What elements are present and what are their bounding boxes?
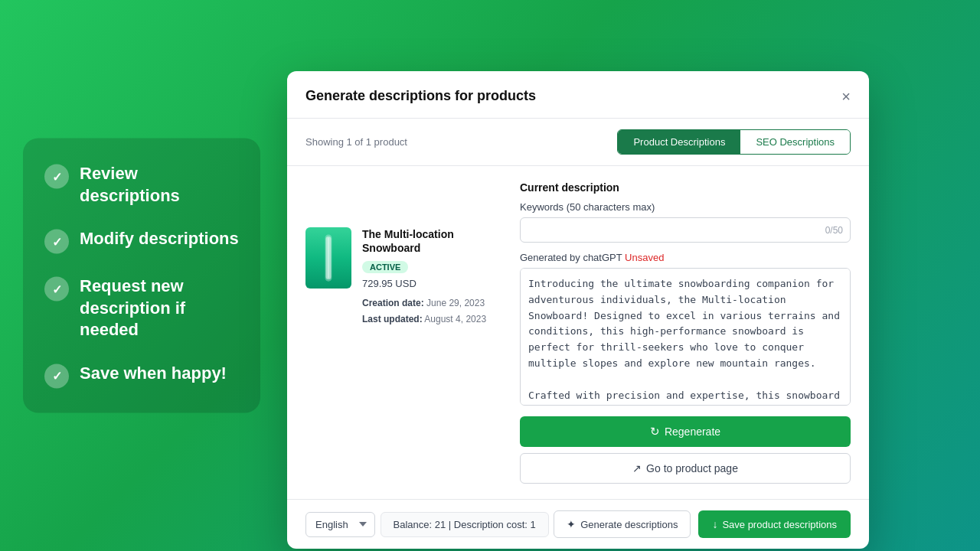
product-page-button[interactable]: ↗ Go to product page [520,453,851,484]
tabs-row: Showing 1 of 1 product Product Descripti… [287,119,869,166]
close-button[interactable]: × [841,89,851,104]
save-icon: ↓ [712,518,717,530]
generate-descriptions-button[interactable]: ✦ Generate descriptions [554,510,691,538]
left-panel-text-save: Save when happy! [80,362,227,384]
check-icon-save [44,364,69,388]
left-panel-text-request: Request new description if needed [80,276,239,341]
left-panel-text-review: Review descriptions [80,163,239,207]
product-card: The Multi-location Snowboard ACTIVE 729.… [305,227,505,327]
left-panel-item-review: Review descriptions [44,163,239,207]
regenerate-icon: ↻ [650,425,660,439]
description-textarea[interactable] [520,268,851,406]
product-price: 729.95 USD [362,278,505,289]
keywords-input-wrap: 0/50 [520,217,851,243]
left-panel: Review descriptions Modify descriptions … [23,139,260,413]
regenerate-button[interactable]: ↻ Regenerate [520,416,851,447]
modal-header: Generate descriptions for products × [287,71,869,119]
current-description-label: Current description [520,181,851,194]
product-meta: Creation date: June 29, 2023 Last update… [362,295,505,327]
check-icon-request [44,277,69,302]
last-updated-label: Last updated: [362,314,423,324]
product-panel: The Multi-location Snowboard ACTIVE 729.… [305,181,520,484]
check-icon-modify [44,230,69,254]
left-panel-text-modify: Modify descriptions [80,228,239,250]
tab-product-descriptions[interactable]: Product Descriptions [618,130,740,154]
left-panel-item-modify: Modify descriptions [44,228,239,254]
balance-info: Balance: 21 | Description cost: 1 [381,512,549,537]
description-panel: Current description Keywords (50 charact… [520,181,851,484]
snowboard-illustration [317,231,340,285]
modal: Generate descriptions for products × Sho… [287,71,869,549]
unsaved-badge: Unsaved [625,252,664,263]
tabs-container: Product Descriptions SEO Descriptions [617,129,851,155]
keywords-label: Keywords (50 characters max) [520,201,851,213]
language-select[interactable]: English Spanish French German [305,512,375,537]
creation-date-value: June 29, 2023 [426,298,485,308]
product-page-icon: ↗ [632,462,642,474]
product-name: The Multi-location Snowboard [362,227,505,255]
left-panel-item-save: Save when happy! [44,362,239,388]
product-image [305,227,351,289]
check-icon-review [44,165,69,189]
save-product-descriptions-button[interactable]: ↓ Save product descriptions [698,510,851,538]
tab-seo-descriptions[interactable]: SEO Descriptions [740,130,850,154]
modal-title: Generate descriptions for products [305,88,536,104]
showing-text: Showing 1 of 1 product [305,136,407,148]
keywords-input[interactable] [520,217,851,243]
modal-footer: English Spanish French German Balance: 2… [287,499,869,549]
modal-body: The Multi-location Snowboard ACTIVE 729.… [287,166,869,499]
creation-date-label: Creation date: [362,298,424,308]
footer-actions: ✦ Generate descriptions ↓ Save product d… [554,510,851,538]
generate-icon: ✦ [567,518,576,530]
char-count: 0/50 [825,225,843,236]
generated-label: Generated by chatGPT Unsaved [520,252,851,263]
product-info: The Multi-location Snowboard ACTIVE 729.… [362,227,505,327]
product-badge: ACTIVE [362,261,408,273]
last-updated-value: August 4, 2023 [424,314,486,324]
left-panel-item-request: Request new description if needed [44,276,239,341]
